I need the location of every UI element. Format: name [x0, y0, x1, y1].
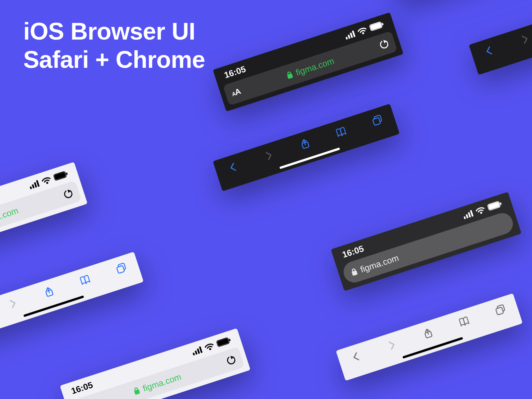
- back-button[interactable]: [348, 350, 364, 364]
- lock-icon: [132, 386, 141, 396]
- title-line-1: iOS Browser UI: [23, 17, 205, 46]
- share-button[interactable]: [420, 326, 436, 340]
- battery-icon: [369, 20, 385, 32]
- reload-icon: [378, 39, 389, 50]
- safari-light-top: 16:05 AA figma.com: [0, 162, 87, 261]
- cellular-icon: [191, 345, 203, 355]
- share-button[interactable]: [41, 285, 57, 299]
- wifi-icon: [475, 205, 486, 215]
- safari-dark-bottom: [213, 104, 400, 191]
- chevron-right-icon: [519, 33, 531, 46]
- share-button[interactable]: [297, 137, 313, 151]
- tabs-icon: [494, 304, 506, 316]
- cellular-icon: [462, 209, 474, 219]
- cellular-icon: [28, 179, 40, 189]
- chevron-right-icon: [386, 339, 398, 351]
- reload-button[interactable]: [63, 189, 73, 200]
- tabs-button[interactable]: [369, 114, 385, 127]
- reload-icon: [63, 189, 73, 200]
- chevron-left-icon: [227, 161, 239, 174]
- book-icon: [458, 316, 470, 328]
- back-button[interactable]: [481, 44, 497, 58]
- forward-button[interactable]: [5, 297, 21, 310]
- promo-title: iOS Browser UI Safari + Chrome: [23, 17, 205, 74]
- bookmarks-button[interactable]: [333, 125, 349, 139]
- title-line-2: Safari + Chrome: [23, 46, 205, 74]
- back-button[interactable]: [225, 161, 241, 174]
- share-icon: [299, 137, 311, 150]
- bottom-toolbar: [336, 293, 520, 374]
- status-time: 16:05: [70, 380, 94, 396]
- safari-dark-bottom-2: [469, 0, 532, 75]
- chrome-dark-top: 16:05 figma.com: [331, 192, 521, 291]
- address-domain: figma.com: [0, 205, 20, 227]
- chevron-right-icon: [263, 150, 275, 162]
- reload-button[interactable]: [225, 355, 236, 366]
- bookmarks-button[interactable]: [77, 273, 93, 287]
- share-icon: [422, 327, 434, 340]
- lock-icon: [285, 70, 294, 80]
- book-icon: [335, 126, 347, 139]
- reload-icon: [225, 355, 236, 366]
- lock-icon: [350, 267, 358, 277]
- forward-button[interactable]: [517, 32, 532, 46]
- battery-icon: [487, 200, 503, 211]
- safari-light-top-2: 16:05 AA figma.com: [60, 328, 250, 399]
- wifi-icon: [204, 342, 215, 352]
- chevron-left-icon: [483, 45, 495, 57]
- status-time: 16:05: [223, 64, 247, 80]
- bottom-toolbar: [213, 104, 397, 184]
- forward-button[interactable]: [384, 338, 400, 352]
- safari-dark-partial: 16:05 AA figma.com: [387, 0, 532, 0]
- book-icon: [79, 274, 91, 287]
- text-size-button[interactable]: AA: [230, 86, 242, 98]
- chevron-left-icon: [350, 351, 362, 363]
- wifi-icon: [41, 176, 52, 186]
- tabs-button[interactable]: [113, 262, 129, 275]
- tabs-icon: [371, 114, 383, 127]
- battery-icon: [216, 336, 232, 348]
- status-time: 16:05: [341, 243, 365, 260]
- chevron-right-icon: [7, 298, 19, 310]
- tabs-button[interactable]: [492, 303, 508, 317]
- safari-dark-top: 16:05 AA figma.com: [213, 12, 403, 112]
- chrome-light-bottom: [336, 293, 523, 381]
- cellular-icon: [344, 30, 356, 40]
- share-icon: [43, 285, 55, 298]
- battery-icon: [53, 170, 69, 182]
- reload-button[interactable]: [378, 39, 389, 50]
- bottom-toolbar: [469, 0, 532, 67]
- safari-light-bottom: [0, 252, 144, 339]
- forward-button[interactable]: [261, 149, 277, 162]
- tabs-icon: [115, 262, 127, 275]
- bottom-toolbar: [0, 252, 141, 332]
- bookmarks-button[interactable]: [456, 315, 472, 329]
- wifi-icon: [357, 26, 368, 36]
